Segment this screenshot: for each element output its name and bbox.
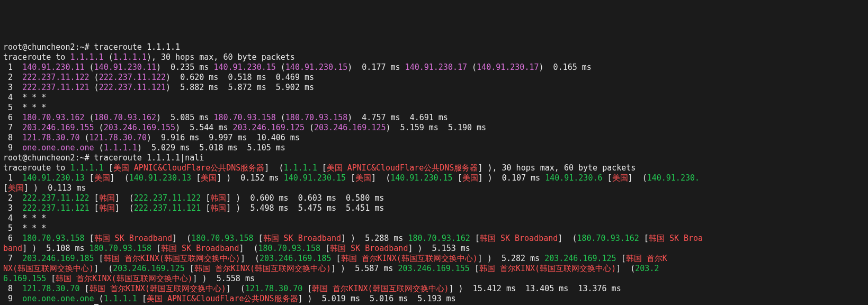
hop-stars: * * *	[22, 93, 46, 102]
hop-host: 140.91.230.11	[22, 62, 84, 72]
prompt: root@chuncheon2:~#	[3, 42, 90, 52]
tr1-header: traceroute to	[3, 52, 70, 62]
command-2: traceroute 1.1.1.1|nali	[94, 153, 204, 163]
prompt: root@chuncheon2:~#	[3, 153, 90, 163]
terminal-output[interactable]: root@chuncheon2:~# traceroute 1.1.1.1 tr…	[3, 42, 865, 305]
hop-time: 0.235 ms	[171, 62, 209, 72]
hop-index: 1	[3, 62, 13, 72]
tr2-header: traceroute to	[3, 163, 70, 173]
command-1: traceroute 1.1.1.1	[94, 42, 181, 52]
